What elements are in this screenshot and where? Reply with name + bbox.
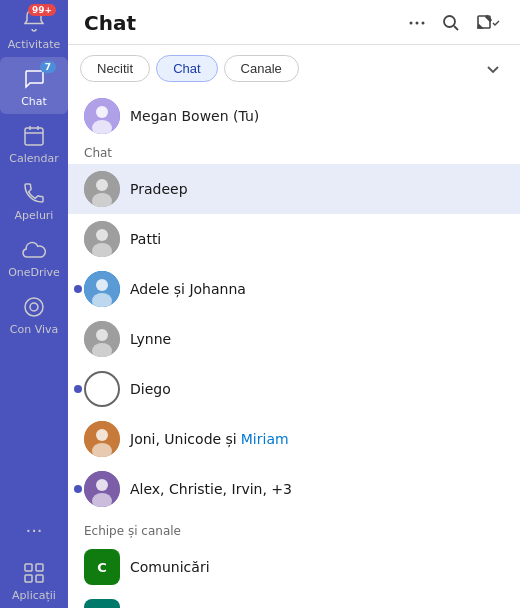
chat-row-joni[interactable]: Joni, Unicode șiMiriam — [68, 414, 520, 464]
avatar-diego — [84, 371, 120, 407]
chat-section-label: Chat — [68, 138, 520, 164]
sidebar-item-chat-label: Chat — [21, 95, 47, 108]
svg-point-32 — [96, 479, 108, 491]
svg-point-26 — [96, 329, 108, 341]
calendar-icon — [18, 122, 50, 150]
onedrive-icon — [18, 236, 50, 264]
tab-necitit[interactable]: Necitit — [80, 55, 150, 82]
apps-icon — [18, 559, 50, 587]
chat-name-pradeep: Pradeep — [130, 181, 188, 197]
sidebar-item-chat[interactable]: 7 Chat — [0, 57, 68, 114]
svg-rect-6 — [36, 575, 43, 582]
search-button[interactable] — [438, 10, 464, 36]
chat-name-joni: Joni, Unicode șiMiriam — [130, 431, 289, 447]
team-row-vanzari[interactable]: US Vânzări S.U.A. — [68, 592, 520, 608]
chat-name-lynne: Lynne — [130, 331, 171, 347]
unread-dot-adele — [74, 285, 82, 293]
sidebar-item-aplicatii-label: Aplicații — [12, 589, 56, 602]
sidebar-item-apeluri-label: Apeluri — [15, 209, 54, 222]
team-name-comunicari: Comunicări — [130, 559, 210, 575]
sidebar-item-activitate-label: Activitate — [8, 38, 60, 51]
sidebar: 99+ Activitate 7 Chat Calendar — [0, 0, 68, 608]
svg-point-10 — [444, 16, 455, 27]
avatar-lynne — [84, 321, 120, 357]
chat-name-patti: Patti — [130, 231, 161, 247]
sidebar-item-conviva-label: Con Viva — [10, 323, 58, 336]
sidebar-more-button[interactable]: ··· — [25, 510, 42, 551]
svg-rect-0 — [25, 128, 43, 145]
chat-name-adele: Adele și Johanna — [130, 281, 246, 297]
sidebar-item-conviva[interactable]: Con Viva — [0, 285, 68, 342]
svg-point-8 — [416, 22, 419, 25]
svg-point-14 — [96, 106, 108, 118]
unread-dot-diego — [74, 385, 82, 393]
svg-point-29 — [96, 429, 108, 441]
svg-line-11 — [454, 26, 458, 30]
avatar-patti — [84, 221, 120, 257]
svg-point-17 — [96, 179, 108, 191]
badge-chat: 7 — [40, 61, 56, 73]
chat-row-lynne[interactable]: Lynne — [68, 314, 520, 364]
sidebar-item-calendar[interactable]: Calendar — [0, 114, 68, 171]
chat-name-alex: Alex, Christie, Irvin, +3 — [130, 481, 292, 497]
sidebar-item-onedrive[interactable]: OneDrive — [0, 228, 68, 285]
chat-name-diego: Diego — [130, 381, 171, 397]
page-title: Chat — [84, 11, 404, 35]
phone-icon — [18, 179, 50, 207]
team-icon-vanzari: US — [84, 599, 120, 608]
compose-button[interactable] — [472, 10, 504, 36]
chat-list: Megan Bowen (Tu) Chat Pradeep — [68, 88, 520, 608]
tabs-row: Necitit Chat Canale — [68, 45, 520, 88]
header-actions — [404, 10, 504, 36]
svg-point-7 — [410, 22, 413, 25]
header: Chat — [68, 0, 520, 45]
svg-rect-4 — [36, 564, 43, 571]
svg-point-9 — [422, 22, 425, 25]
svg-rect-3 — [25, 564, 32, 571]
sidebar-item-calendar-label: Calendar — [9, 152, 58, 165]
svg-point-1 — [25, 298, 43, 316]
more-options-button[interactable] — [404, 10, 430, 36]
conviva-icon — [18, 293, 50, 321]
chat-row-diego[interactable]: Diego — [68, 364, 520, 414]
chat-row-patti[interactable]: Patti — [68, 214, 520, 264]
chat-row-pradeep[interactable]: Pradeep — [68, 164, 520, 214]
team-row-comunicari[interactable]: C Comunicări — [68, 542, 520, 592]
sidebar-item-aplicatii[interactable]: Aplicații — [0, 551, 68, 608]
tab-canale[interactable]: Canale — [224, 55, 299, 82]
main-panel: Chat Ne — [68, 0, 520, 608]
tab-chat[interactable]: Chat — [156, 55, 217, 82]
unread-dot-alex — [74, 485, 82, 493]
svg-rect-5 — [25, 575, 32, 582]
sidebar-item-apeluri[interactable]: Apeluri — [0, 171, 68, 228]
tabs-expand-icon[interactable] — [478, 56, 508, 82]
svg-point-23 — [96, 279, 108, 291]
avatar-joni — [84, 421, 120, 457]
badge-activitate: 99+ — [28, 4, 56, 16]
avatar-pradeep — [84, 171, 120, 207]
megan-bowen-row[interactable]: Megan Bowen (Tu) — [68, 92, 520, 138]
megan-avatar — [84, 98, 120, 134]
svg-point-20 — [96, 229, 108, 241]
megan-name: Megan Bowen (Tu) — [130, 108, 259, 124]
teams-section-label: Echipe și canale — [68, 514, 520, 542]
avatar-alex — [84, 471, 120, 507]
activitate-icon-wrap: 99+ — [18, 8, 50, 36]
chat-row-adele[interactable]: Adele și Johanna — [68, 264, 520, 314]
svg-point-2 — [30, 303, 38, 311]
chat-row-alex[interactable]: Alex, Christie, Irvin, +3 — [68, 464, 520, 514]
avatar-adele — [84, 271, 120, 307]
sidebar-item-activitate[interactable]: 99+ Activitate — [0, 0, 68, 57]
chat-icon-wrap: 7 — [18, 65, 50, 93]
team-icon-comunicari: C — [84, 549, 120, 585]
sidebar-item-onedrive-label: OneDrive — [8, 266, 60, 279]
